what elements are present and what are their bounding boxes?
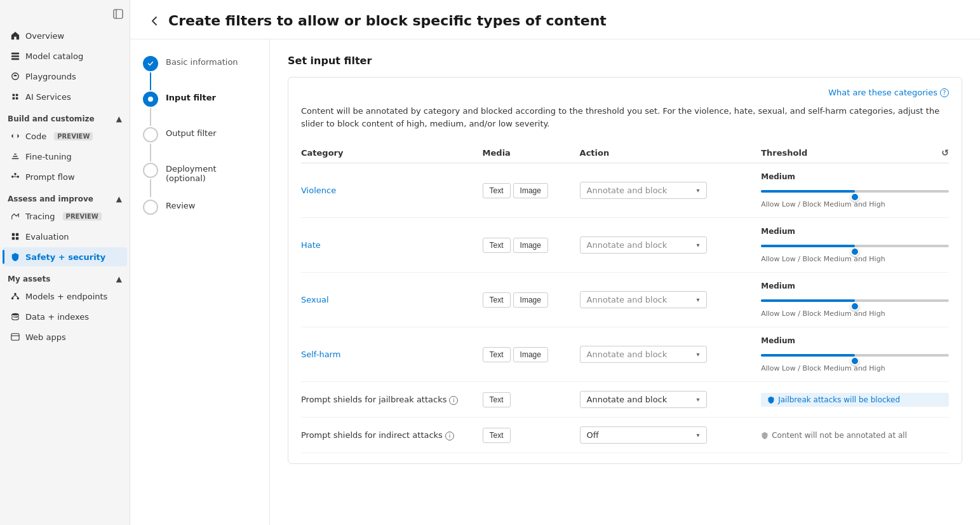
svg-rect-0	[114, 10, 123, 18]
svg-line-19	[15, 295, 18, 297]
step-label-basic-info: Basic information	[166, 55, 238, 82]
chevron-down-icon: ▾	[697, 242, 700, 249]
sidebar-label-ai-services: AI Services	[25, 92, 71, 102]
category-name-hate[interactable]: Hate	[301, 240, 321, 250]
slider-violence[interactable]	[761, 185, 949, 198]
shield-status-prompt-shields-indirect: Content will not be annotated at all	[761, 431, 949, 440]
category-name-violence[interactable]: Violence	[301, 186, 336, 195]
sidebar-item-model-catalog[interactable]: Model catalog	[3, 46, 127, 65]
sidebar-collapse-button[interactable]	[0, 5, 130, 23]
chevron-down-icon: ▾	[697, 187, 700, 194]
chevron-up-assess: ▲	[116, 194, 122, 203]
step-circle-review	[143, 200, 158, 215]
section-my-assets[interactable]: My assets ▲	[0, 269, 130, 286]
model-icon	[10, 291, 20, 301]
sidebar-label-model-catalog: Model catalog	[25, 51, 83, 61]
section-build-customize-label: Build and customize	[8, 114, 95, 123]
sidebar-item-ai-services[interactable]: AI Services	[3, 87, 127, 106]
code-icon	[10, 131, 20, 141]
threshold-label-self-harm: Medium	[761, 336, 949, 345]
svg-rect-14	[16, 237, 18, 240]
sidebar-item-overview[interactable]: Overview	[3, 26, 127, 45]
action-dropdown-violence[interactable]: Annotate and block▾	[580, 182, 707, 199]
shield-status-prompt-shields-jailbreak: Jailbreak attacks will be blocked	[761, 393, 949, 407]
svg-rect-4	[11, 58, 19, 60]
threshold-reset-button[interactable]: ↺	[941, 147, 949, 158]
table-row-prompt-shields-indirect: Prompt shields for indirect attacksiText…	[301, 418, 949, 453]
filter-table: Category Media Action Threshold ↺	[301, 142, 949, 453]
wizard-step-review[interactable]: Review	[143, 198, 257, 226]
sidebar-label-code: Code	[25, 132, 46, 141]
sidebar-item-models-endpoints[interactable]: Models + endpoints	[3, 287, 127, 306]
form-area: Set input filter What are these categori…	[270, 39, 980, 525]
category-name-self-harm[interactable]: Self-harm	[301, 350, 340, 359]
section-build-customize[interactable]: Build and customize ▲	[0, 109, 130, 126]
web-icon	[10, 332, 20, 342]
action-dropdown-prompt-shields-jailbreak[interactable]: Annotate and block▾	[580, 391, 707, 408]
sidebar-label-evaluation: Evaluation	[25, 232, 69, 242]
chevron-down-icon: ▾	[697, 432, 700, 439]
what-categories-link[interactable]: What are these categories ?	[301, 88, 949, 97]
step-circle-basic-info	[143, 56, 158, 71]
action-text-sexual: Annotate and block	[587, 295, 668, 304]
sidebar-label-tracing: Tracing	[25, 212, 55, 221]
svg-rect-12	[16, 233, 18, 236]
svg-point-8	[14, 173, 17, 175]
slider-sexual[interactable]	[761, 294, 949, 307]
sidebar-item-prompt-flow[interactable]: Prompt flow	[3, 167, 127, 186]
wizard-step-deployment[interactable]: Deployment (optional)	[143, 161, 257, 198]
svg-point-16	[11, 297, 14, 300]
action-text-violence: Annotate and block	[587, 186, 668, 195]
sidebar-item-code[interactable]: Code PREVIEW	[3, 126, 127, 146]
info-circle-icon: ?	[940, 88, 949, 97]
sidebar-item-web-apps[interactable]: Web apps	[3, 327, 127, 346]
wizard-step-basic-info[interactable]: Basic information	[143, 55, 257, 90]
page-header: Create filters to allow or block specifi…	[130, 0, 980, 39]
svg-point-6	[11, 175, 14, 178]
ai-icon	[10, 92, 20, 102]
media-btn-image-hate[interactable]: Image	[513, 238, 548, 253]
sidebar-item-evaluation[interactable]: Evaluation	[3, 227, 127, 246]
media-btn-text-hate[interactable]: Text	[483, 238, 511, 253]
sidebar-label-data-indexes: Data + indexes	[25, 312, 89, 322]
sidebar-item-safety-security[interactable]: Safety + security	[3, 247, 127, 266]
action-dropdown-self-harm[interactable]: Annotate and block▾	[580, 346, 707, 363]
action-text-prompt-shields-jailbreak: Annotate and block	[587, 395, 668, 404]
col-header-action: Action	[580, 142, 762, 163]
wizard-step-input-filter[interactable]: Input filter	[143, 90, 257, 126]
media-btn-text-prompt-shields-jailbreak[interactable]: Text	[483, 392, 511, 407]
slider-hate[interactable]	[761, 240, 949, 252]
col-header-threshold: Threshold ↺	[761, 142, 949, 163]
sidebar-item-fine-tuning[interactable]: Fine-tuning	[3, 147, 127, 166]
content-area: Basic information Input filter Output	[130, 39, 980, 525]
sidebar-item-data-indexes[interactable]: Data + indexes	[3, 307, 127, 326]
table-row-sexual: SexualTextImageAnnotate and block▾Medium…	[301, 273, 949, 327]
info-icon-prompt-shields-indirect[interactable]: i	[445, 432, 454, 440]
back-button[interactable]	[148, 15, 161, 27]
action-dropdown-prompt-shields-indirect[interactable]: Off▾	[580, 426, 707, 444]
media-btn-image-sexual[interactable]: Image	[513, 292, 548, 308]
svg-rect-3	[11, 55, 19, 57]
sidebar-item-tracing[interactable]: Tracing PREVIEW	[3, 207, 127, 226]
wizard-step-output-filter[interactable]: Output filter	[143, 126, 257, 161]
sidebar-label-models-endpoints: Models + endpoints	[25, 292, 107, 301]
action-dropdown-hate[interactable]: Annotate and block▾	[580, 236, 707, 254]
media-btn-image-violence[interactable]: Image	[513, 183, 548, 198]
action-dropdown-sexual[interactable]: Annotate and block▾	[580, 291, 707, 308]
shield-icon	[10, 252, 20, 262]
media-btn-text-violence[interactable]: Text	[483, 183, 511, 198]
info-icon-prompt-shields-jailbreak[interactable]: i	[449, 396, 458, 405]
step-label-input-filter: Input filter	[166, 90, 216, 118]
media-btn-text-prompt-shields-indirect[interactable]: Text	[483, 428, 511, 443]
svg-line-18	[13, 295, 15, 297]
section-assess-improve[interactable]: Assess and improve ▲	[0, 189, 130, 206]
media-btn-text-self-harm[interactable]: Text	[483, 347, 511, 362]
sidebar-label-prompt-flow: Prompt flow	[25, 172, 75, 182]
media-btn-image-self-harm[interactable]: Image	[513, 347, 548, 362]
slider-self-harm[interactable]	[761, 349, 949, 362]
media-btn-text-sexual[interactable]: Text	[483, 292, 511, 308]
sidebar-item-playgrounds[interactable]: Playgrounds	[3, 67, 127, 86]
table-row-hate: HateTextImageAnnotate and block▾MediumAl…	[301, 218, 949, 273]
chevron-down-icon: ▾	[697, 396, 700, 403]
category-name-sexual[interactable]: Sexual	[301, 295, 329, 304]
